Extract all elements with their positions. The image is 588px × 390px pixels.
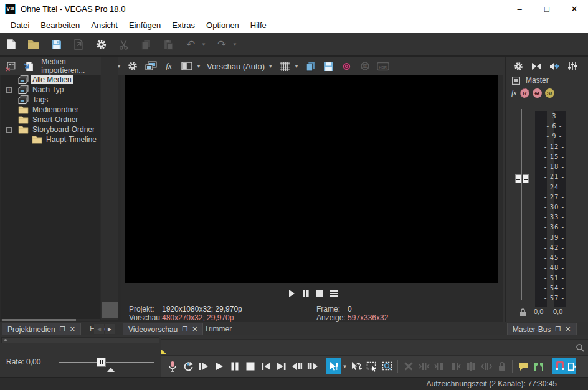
grid-dropdown-icon[interactable]: ▼ [294, 64, 299, 69]
tab-videovorschau[interactable]: Videovorschau ❐ ✕ [123, 323, 203, 335]
tab-scroll-right-icon[interactable]: ▶ [105, 324, 115, 334]
delete-icon[interactable] [401, 358, 416, 374]
lock-icon[interactable] [519, 308, 526, 316]
previous-frame-icon[interactable] [289, 358, 305, 374]
record-mic-icon[interactable] [164, 358, 180, 374]
project-properties-gear-icon[interactable] [93, 37, 108, 52]
copy-icon[interactable] [138, 37, 153, 52]
copy-snapshot-icon[interactable] [305, 60, 317, 72]
edit-tool-icon[interactable] [326, 358, 341, 374]
solo-icon[interactable]: S! [545, 88, 554, 98]
slip-trim-icon[interactable] [478, 358, 494, 374]
menu-optionen[interactable]: Optionen [201, 19, 245, 32]
downmix-output-icon[interactable] [548, 60, 561, 72]
tab-projektmedien[interactable]: Projektmedien ❐ ✕ [2, 323, 81, 335]
redo-dropdown-icon[interactable]: ▼ [232, 37, 238, 52]
preview-stop-icon[interactable] [316, 289, 323, 298]
new-project-icon[interactable] [4, 37, 19, 52]
save-project-icon[interactable] [49, 37, 64, 52]
menu-bearbeiten[interactable]: Bearbeiten [35, 19, 85, 32]
close-tab-icon[interactable]: ✕ [192, 325, 197, 333]
float-window-icon[interactable]: ❐ [555, 326, 561, 333]
menu-datei[interactable]: Datei [5, 19, 35, 32]
tab-trimmer[interactable]: Trimmer [199, 323, 237, 335]
tree-item-smart-ordner[interactable]: Smart-Ordner [1, 115, 100, 125]
volume-fader-handle[interactable] [515, 174, 529, 183]
zoom-edit-tool-icon[interactable] [379, 358, 395, 374]
menu-ansicht[interactable]: Ansicht [85, 19, 123, 32]
bus-select-icon[interactable] [512, 77, 520, 85]
open-project-icon[interactable] [26, 37, 41, 52]
save-snapshot-icon[interactable] [323, 60, 335, 72]
preview-quality-dropdown[interactable]: Vorschau (Auto) [207, 62, 265, 71]
undo-icon[interactable]: ↶ [183, 37, 198, 52]
tree-item-medienordner[interactable]: Medienordner [1, 105, 100, 115]
stop-icon[interactable] [242, 358, 258, 374]
loop-playback-icon[interactable] [180, 358, 196, 374]
undo-dropdown-icon[interactable]: ▼ [201, 37, 207, 52]
edit-tool-dropdown-icon[interactable]: ▼ [341, 364, 348, 369]
preview-play-icon[interactable] [287, 289, 296, 298]
scrollbar-thumb[interactable] [102, 302, 118, 318]
go-to-end-icon[interactable] [273, 358, 289, 374]
marker-strip[interactable] [1, 337, 159, 343]
rate-slider-track[interactable] [59, 362, 154, 363]
preview-menu-icon[interactable] [330, 289, 338, 298]
float-window-icon[interactable]: ❐ [60, 326, 65, 333]
collapse-minus-icon[interactable]: − [6, 127, 12, 133]
mixing-console-icon[interactable] [566, 60, 579, 72]
redo-icon[interactable]: ↷ [214, 37, 229, 52]
external-monitor-icon[interactable] [145, 60, 157, 72]
clear-unused-media-icon[interactable] [4, 59, 18, 74]
tree-item-tags[interactable]: Tags [1, 95, 100, 105]
paste-icon[interactable] [161, 37, 176, 52]
media-tree-hscrollbar[interactable] [1, 319, 100, 321]
menu-extras[interactable]: Extras [166, 19, 201, 32]
lock-icon[interactable] [494, 358, 510, 374]
preview-pause-icon[interactable] [302, 289, 310, 298]
preview-settings-gear-icon[interactable] [126, 60, 139, 72]
insert-region-icon[interactable] [531, 358, 546, 374]
media-list-scrollbar[interactable] [101, 57, 118, 320]
expand-plus-icon[interactable]: + [6, 87, 12, 93]
tree-item-alle-medien[interactable]: Alle Medien [1, 75, 100, 85]
cut-icon[interactable] [116, 37, 131, 52]
play-icon[interactable] [211, 358, 227, 374]
float-window-icon[interactable]: ❐ [182, 326, 187, 333]
timeline-scrollbar[interactable] [161, 339, 588, 355]
video-preview-screen[interactable] [125, 75, 498, 283]
trim-end-icon[interactable] [432, 358, 447, 374]
go-to-start-icon[interactable] [258, 358, 273, 374]
rate-slider-handle[interactable] [97, 358, 106, 367]
selection-tool-icon[interactable] [364, 358, 379, 374]
bus-fx-icon[interactable]: fx [511, 88, 517, 98]
video-scopes-icon[interactable] [341, 60, 353, 72]
mute-icon[interactable]: M [533, 88, 542, 98]
grid-overlay-icon[interactable] [278, 60, 291, 72]
trim-start-icon[interactable] [416, 358, 432, 374]
envelope-tool-icon[interactable] [348, 358, 364, 374]
maximize-button[interactable]: □ [533, 0, 561, 17]
close-tab-icon[interactable]: ✕ [565, 325, 571, 333]
next-frame-icon[interactable] [305, 358, 320, 374]
pause-icon[interactable] [227, 358, 242, 374]
close-tab-icon[interactable]: ✕ [70, 325, 75, 333]
import-media-icon[interactable] [22, 59, 36, 74]
bus-gear-icon[interactable]: R [520, 88, 529, 98]
insert-marker-icon[interactable] [515, 358, 531, 374]
scrollbar-thumb[interactable] [2, 319, 76, 321]
mixer-settings-gear-icon[interactable] [512, 60, 524, 72]
fit-meters-icon[interactable] [530, 60, 543, 72]
tree-item-haupt-timeline[interactable]: Haupt-Timeline [1, 135, 100, 145]
media-import-dropdown[interactable]: Medien importieren... [41, 57, 109, 75]
timeline-zoom-icon[interactable] [574, 342, 586, 353]
preview-quality-dropdown-icon[interactable]: ▼ [268, 64, 273, 69]
menu-hilfe[interactable]: Hilfe [245, 19, 272, 32]
snap-magnet-icon[interactable] [552, 358, 567, 374]
video-fx-icon[interactable]: fx [163, 60, 175, 72]
split-screen-dropdown-icon[interactable]: ▼ [196, 64, 201, 69]
trim-adjacent-icon[interactable] [447, 358, 463, 374]
edit-cursor-flag-icon[interactable] [161, 350, 167, 354]
render-as-icon[interactable] [71, 37, 86, 52]
tree-item-storyboard-ordner[interactable]: − Storyboard-Ordner [1, 125, 100, 135]
